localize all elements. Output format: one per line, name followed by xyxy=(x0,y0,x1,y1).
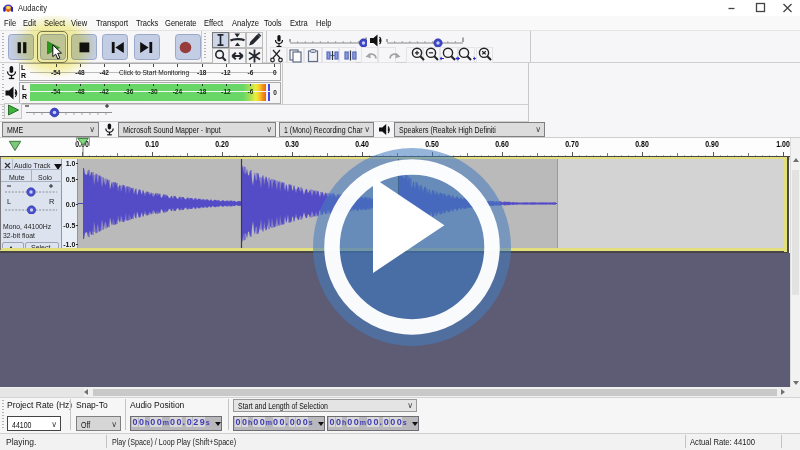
svg-text:R: R xyxy=(49,197,55,206)
svg-text:L: L xyxy=(7,197,11,206)
